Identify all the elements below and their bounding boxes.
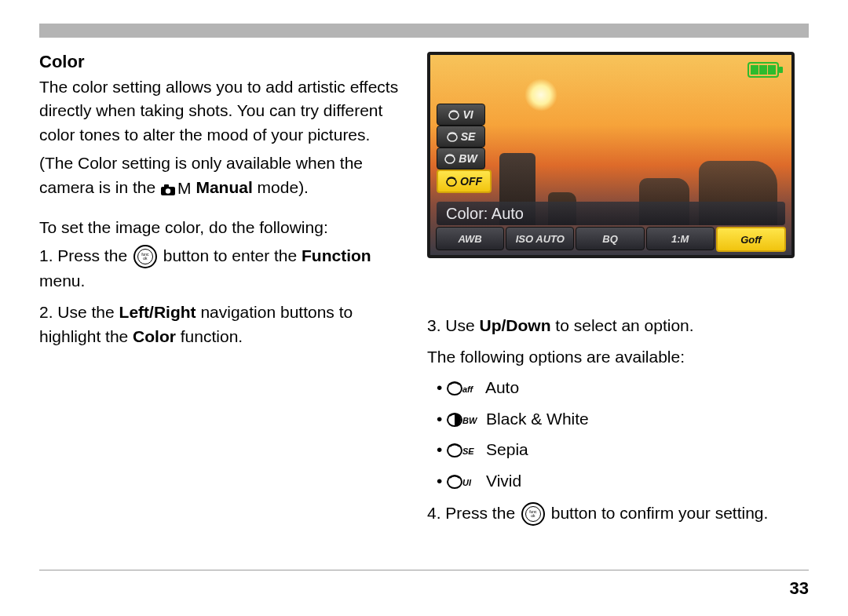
step4-a: 4. Press the [427, 504, 520, 522]
option-vivid-label: Vivid [486, 472, 521, 490]
step-4: 4. Press the funcok button to confirm yo… [427, 501, 809, 526]
svg-rect-5 [751, 65, 758, 75]
left-column: Color The color setting allows you to ad… [39, 52, 408, 532]
svg-text:SE: SE [462, 447, 474, 456]
bw-color-icon: BW [447, 413, 478, 427]
svg-text:UI: UI [462, 478, 472, 487]
step2-a: 2. Use the [39, 303, 119, 321]
option-vivid: UI Vivid [437, 468, 809, 494]
step-1: 1. Press the funcok button to enter the … [39, 243, 408, 293]
lcd-bottom-item-2: BQ [576, 227, 644, 250]
mode-letter: M [177, 179, 192, 197]
step3-b: to select an option. [551, 316, 694, 334]
color-side-stack: VISEBWOFF [437, 104, 492, 193]
option-bw: BW Black & White [437, 406, 809, 432]
option-auto-label: Auto [485, 378, 519, 396]
section-title: Color [39, 52, 408, 72]
lcd-side-item-off: OFF [437, 169, 492, 193]
option-bw-label: Black & White [486, 410, 589, 428]
lcd-bottom-item-0: AWB [436, 227, 504, 250]
lcd-side-item-se: SE [437, 126, 485, 148]
step2-bold2: Color [133, 327, 176, 345]
step-2: 2. Use the Left/Right navigation buttons… [39, 300, 408, 349]
lcd-side-item-bw: BW [437, 148, 485, 169]
battery-icon [747, 61, 784, 78]
footer-divider [39, 570, 809, 570]
ok-label: ok [143, 257, 147, 261]
lcd-bottom-item-4: Goff [716, 227, 786, 252]
camera-icon [160, 177, 177, 200]
svg-point-8 [449, 111, 459, 119]
step2-c: function. [176, 327, 243, 345]
vivid-color-icon: UI [447, 475, 478, 489]
lead-instruction: To set the image color, do the following… [39, 216, 408, 239]
step1-b: button to enter the [159, 246, 302, 264]
svg-text:BW: BW [462, 416, 478, 425]
option-sepia: SE Sepia [437, 437, 809, 462]
svg-text:aff: aff [462, 385, 474, 394]
page-number: 33 [790, 578, 809, 599]
camera-lcd-preview: VISEBWOFF Color: Auto AWBISO AUTOBQ1:MGo… [427, 52, 795, 258]
sun-graphic [525, 78, 557, 111]
lcd-bottom-item-3: 1:M [646, 227, 715, 250]
step3-follow: The following options are available: [427, 344, 809, 370]
header-bar [39, 24, 809, 38]
option-auto: aff Auto [437, 375, 809, 400]
lcd-bottom-row: AWBISO AUTOBQ1:MGoff [435, 227, 787, 252]
func-ok-icon: funcok [133, 245, 157, 268]
svg-point-9 [448, 133, 457, 141]
color-options-list: aff Auto BW Black & White SE Sepia UI [427, 375, 809, 493]
svg-point-11 [447, 178, 456, 186]
auto-color-icon: aff [447, 381, 478, 395]
svg-rect-1 [164, 184, 169, 188]
step1-a: 1. Press the [39, 246, 132, 264]
right-column: VISEBWOFF Color: Auto AWBISO AUTOBQ1:MGo… [427, 52, 809, 532]
step1-bold: Function [302, 246, 371, 264]
step3-a: 3. Use [427, 316, 480, 334]
manual-bold: Manual [196, 178, 252, 196]
svg-point-10 [445, 155, 455, 163]
option-sepia-label: Sepia [486, 440, 528, 458]
svg-point-2 [166, 188, 170, 193]
func-ok-icon: funcok [521, 502, 545, 526]
lcd-side-item-vi: VI [437, 104, 485, 126]
ok-label: ok [531, 514, 535, 518]
svg-rect-4 [779, 67, 783, 73]
color-status-bar: Color: Auto [437, 202, 785, 225]
step1-c: menu. [39, 272, 85, 290]
step-3: 3. Use Up/Down to select an option. The … [427, 313, 809, 493]
step3-bold: Up/Down [480, 316, 551, 334]
intro-paragraph-2: (The Color setting is only available whe… [39, 151, 408, 200]
lcd-bottom-item-1: ISO AUTO [506, 227, 574, 250]
sepia-color-icon: SE [447, 443, 478, 457]
intro-paragraph-1: The color setting allows you to add arti… [39, 75, 408, 147]
step4-b: button to confirm your setting. [546, 504, 768, 522]
step2-bold1: Left/Right [119, 303, 196, 321]
intro2-part-b: mode). [253, 178, 309, 196]
svg-rect-7 [768, 65, 776, 75]
svg-rect-6 [759, 65, 767, 75]
